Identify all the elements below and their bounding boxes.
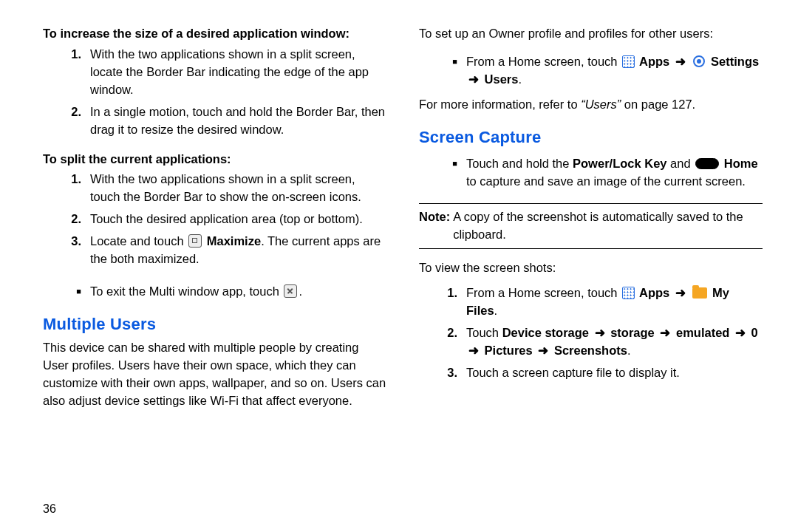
list-item: 2.In a single motion, touch and hold the… [43, 103, 386, 139]
subhead-resize: To increase the size of a desired applic… [43, 25, 386, 43]
close-icon [284, 284, 297, 298]
heading-multiple-users: Multiple Users [43, 313, 386, 336]
note-box: Note: A copy of the screenshot is automa… [419, 203, 763, 249]
apps-grid-icon [622, 55, 635, 68]
apps-grid-icon [622, 287, 635, 299]
list-item: 2.Touch the desired application area (to… [43, 211, 386, 228]
list-item: 3.Touch a screen capture file to display… [419, 364, 763, 382]
multiple-users-para: This device can be shared with multiple … [43, 339, 386, 410]
page-number: 36 [43, 500, 386, 517]
view-steps: 1. From a Home screen, touch Apps ➜ My F… [419, 284, 763, 386]
right-column: To set up an Owner profile and profiles … [419, 25, 763, 517]
split-steps: 1.With the two applications shown in a s… [43, 171, 386, 273]
more-info: For more information, refer to “Users” o… [419, 96, 763, 114]
capture-bullet: ■ Touch and hold the Power/Lock Key and … [419, 155, 763, 191]
maximize-icon [188, 234, 202, 248]
list-item: 1.With the two applications shown in a s… [43, 171, 386, 206]
list-item: 3. Locate and touch Maximize. The curren… [43, 233, 386, 268]
exit-bullet: ■ To exit the Multi window app, touch . [43, 283, 386, 301]
subhead-split: To split the current applications: [43, 151, 386, 168]
folder-icon [692, 287, 707, 299]
gear-icon [692, 55, 706, 68]
view-intro: To view the screen shots: [419, 259, 763, 277]
home-button-icon [695, 158, 719, 169]
setup-bullet: ■ From a Home screen, touch Apps ➜ Setti… [419, 53, 763, 89]
left-column: To increase the size of a desired applic… [43, 25, 386, 517]
resize-steps: 1.With the two applications shown in a s… [43, 46, 386, 143]
list-item: 1.With the two applications shown in a s… [43, 46, 386, 99]
heading-screen-capture: Screen Capture [419, 126, 763, 149]
setup-intro: To set up an Owner profile and profiles … [419, 25, 763, 43]
manual-page: To increase the size of a desired applic… [0, 0, 798, 532]
list-item: 1. From a Home screen, touch Apps ➜ My F… [419, 284, 763, 320]
list-item: 2. Touch Device storage ➜ storage ➜ emul… [419, 324, 763, 360]
